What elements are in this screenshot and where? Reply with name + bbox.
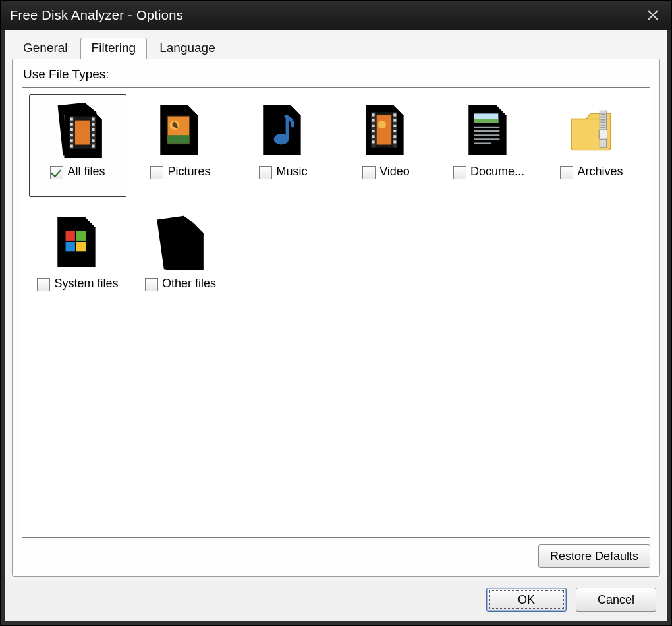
- system-files-icon: [52, 213, 103, 270]
- other-files-icon: [155, 213, 206, 270]
- video-icon: [360, 101, 412, 158]
- pictures-icon: [155, 101, 206, 158]
- tab-general[interactable]: General: [12, 38, 79, 59]
- dialog-button-bar: OK Cancel: [5, 581, 667, 621]
- ok-button[interactable]: OK: [486, 588, 567, 612]
- file-type-other-files[interactable]: Other files: [132, 206, 229, 309]
- file-types-list[interactable]: All filesPicturesMusicVideoDocume...Arch…: [22, 87, 650, 538]
- all-files-icon: [52, 101, 103, 158]
- tab-filtering[interactable]: Filtering: [80, 38, 148, 59]
- file-type-all-files-label: All files: [67, 165, 105, 179]
- file-type-pictures-label: Pictures: [167, 165, 210, 179]
- file-type-system-files-checkbox[interactable]: [37, 278, 50, 291]
- restore-row: Restore Defaults: [22, 538, 650, 568]
- file-type-archives[interactable]: Archives: [543, 94, 640, 197]
- file-type-other-files-label: Other files: [162, 277, 216, 291]
- cancel-button[interactable]: Cancel: [576, 588, 656, 612]
- file-type-music-checkbox[interactable]: [259, 166, 272, 179]
- tabpage-filtering: Use File Types: All filesPicturesMusicVi…: [12, 59, 660, 577]
- music-icon: [258, 101, 309, 158]
- client-area: General Filtering Language Use File Type…: [5, 30, 667, 621]
- close-icon: [647, 9, 659, 21]
- file-type-documents-checkbox[interactable]: [453, 166, 466, 179]
- window-title: Free Disk Analyzer - Options: [10, 8, 644, 23]
- tab-language[interactable]: Language: [148, 38, 227, 59]
- file-type-all-files-checkbox[interactable]: [50, 166, 63, 179]
- titlebar: Free Disk Analyzer - Options: [1, 1, 671, 30]
- close-button[interactable]: [644, 6, 662, 24]
- file-type-archives-label: Archives: [577, 165, 623, 179]
- tab-strip: General Filtering Language: [5, 30, 667, 59]
- file-type-music-label: Music: [276, 165, 307, 179]
- file-type-music[interactable]: Music: [235, 94, 332, 197]
- file-type-pictures-checkbox[interactable]: [150, 166, 163, 179]
- file-type-archives-checkbox[interactable]: [560, 166, 573, 179]
- file-type-video[interactable]: Video: [337, 94, 435, 197]
- file-type-pictures[interactable]: Pictures: [132, 94, 229, 197]
- options-window: Free Disk Analyzer - Options General Fil…: [0, 0, 672, 626]
- archives-icon: [566, 101, 617, 158]
- file-types-group-label: Use File Types:: [23, 67, 650, 82]
- documents-icon: [463, 101, 515, 158]
- file-type-documents[interactable]: Docume...: [440, 94, 538, 197]
- file-type-system-files-label: System files: [54, 277, 118, 291]
- restore-defaults-button[interactable]: Restore Defaults: [538, 544, 650, 568]
- file-type-all-files[interactable]: All files: [29, 94, 126, 197]
- file-type-documents-label: Docume...: [470, 165, 524, 179]
- file-type-system-files[interactable]: System files: [29, 206, 126, 309]
- file-type-video-label: Video: [379, 165, 410, 179]
- file-type-video-checkbox[interactable]: [362, 166, 376, 179]
- file-type-other-files-checkbox[interactable]: [145, 278, 158, 291]
